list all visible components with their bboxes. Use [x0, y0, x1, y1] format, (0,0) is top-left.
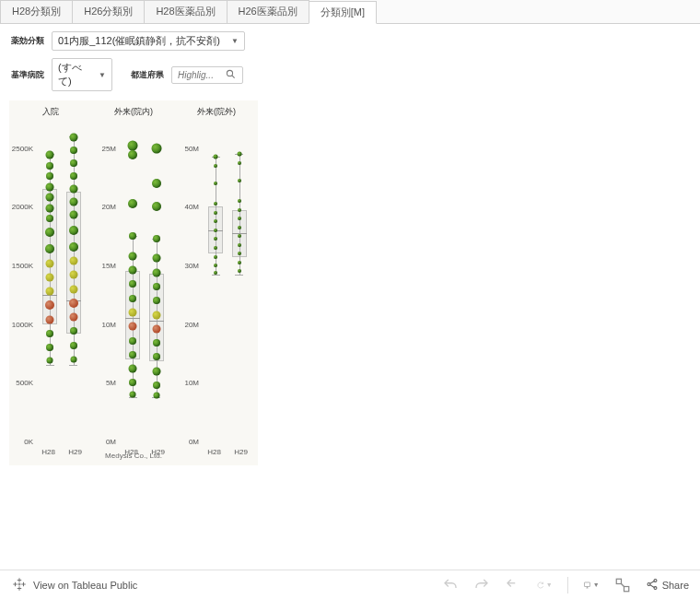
data-point[interactable] — [129, 295, 136, 302]
revert-button[interactable] — [505, 577, 521, 593]
data-point[interactable] — [152, 202, 161, 211]
data-point[interactable] — [238, 199, 241, 203]
data-point[interactable] — [214, 237, 217, 241]
data-point[interactable] — [70, 356, 76, 362]
data-point[interactable] — [69, 271, 77, 279]
plot-area[interactable] — [35, 119, 88, 441]
tab-3[interactable]: H26医薬品別 — [227, 0, 309, 23]
data-point[interactable] — [153, 283, 160, 290]
data-point[interactable] — [69, 226, 78, 235]
view-on-public-button[interactable]: View on Tableau Public — [11, 576, 137, 594]
data-point[interactable] — [46, 204, 54, 212]
data-point[interactable] — [153, 382, 160, 389]
data-point[interactable] — [46, 162, 53, 170]
data-point[interactable] — [69, 185, 77, 194]
data-point[interactable] — [46, 288, 54, 296]
data-point[interactable] — [214, 155, 218, 159]
data-point[interactable] — [46, 182, 54, 191]
data-point[interactable] — [153, 235, 160, 242]
data-point[interactable] — [69, 299, 78, 308]
tab-1[interactable]: H26分類別 — [72, 0, 145, 23]
data-point[interactable] — [214, 271, 217, 275]
data-point[interactable] — [46, 259, 54, 267]
tab-4[interactable]: 分類別[M] — [309, 1, 377, 24]
data-point[interactable] — [70, 172, 77, 180]
data-point[interactable] — [238, 217, 241, 220]
data-point[interactable] — [238, 234, 241, 238]
undo-button[interactable] — [442, 577, 459, 593]
refresh-button[interactable]: ▼ — [536, 577, 553, 593]
data-point[interactable] — [214, 264, 217, 267]
data-point[interactable] — [128, 150, 137, 159]
data-point[interactable] — [46, 172, 53, 180]
data-point[interactable] — [237, 152, 241, 157]
data-point[interactable] — [70, 327, 77, 335]
dropdown-kijun[interactable]: (すべて) ▼ — [52, 58, 112, 91]
data-point[interactable] — [214, 219, 217, 223]
data-point[interactable] — [238, 208, 241, 212]
data-point[interactable] — [238, 269, 241, 273]
data-point[interactable] — [129, 323, 137, 331]
data-point[interactable] — [152, 254, 160, 263]
data-point[interactable] — [129, 280, 136, 288]
data-point[interactable] — [129, 337, 136, 345]
data-point[interactable] — [238, 252, 241, 255]
highlight-search[interactable] — [171, 66, 243, 84]
data-point[interactable] — [129, 379, 136, 386]
dropdown-yakkou[interactable]: 01内服_112(催眠鎮静剤，抗不安剤) ▼ — [52, 31, 245, 51]
data-point[interactable] — [70, 159, 77, 167]
data-point[interactable] — [153, 393, 159, 399]
data-point[interactable] — [45, 244, 54, 253]
data-point[interactable] — [129, 252, 137, 260]
data-point[interactable] — [69, 242, 78, 252]
data-point[interactable] — [69, 211, 77, 219]
plot-area[interactable] — [118, 119, 171, 441]
data-point[interactable] — [152, 311, 160, 319]
highlight-input[interactable] — [178, 70, 226, 80]
data-point[interactable] — [153, 353, 160, 360]
data-point[interactable] — [129, 232, 136, 240]
data-point[interactable] — [214, 246, 217, 250]
device-preview-button[interactable]: ▼ — [583, 577, 600, 593]
share-button[interactable]: Share — [646, 578, 689, 593]
data-point[interactable] — [214, 164, 217, 168]
tab-0[interactable]: H28分類別 — [0, 0, 73, 23]
data-point[interactable] — [46, 194, 54, 202]
data-point[interactable] — [153, 297, 160, 304]
data-point[interactable] — [129, 309, 137, 317]
data-point[interactable] — [69, 257, 77, 265]
data-point[interactable] — [152, 324, 160, 333]
data-point[interactable] — [70, 342, 77, 349]
plot-area[interactable] — [201, 119, 254, 441]
redo-button[interactable] — [473, 577, 490, 593]
data-point[interactable] — [238, 226, 241, 229]
data-point[interactable] — [238, 161, 241, 165]
data-point[interactable] — [129, 266, 137, 275]
data-point[interactable] — [128, 199, 137, 208]
data-point[interactable] — [46, 151, 54, 159]
data-point[interactable] — [214, 211, 217, 215]
data-point[interactable] — [152, 367, 160, 375]
data-point[interactable] — [238, 243, 241, 247]
data-point[interactable] — [152, 268, 160, 276]
data-point[interactable] — [69, 134, 77, 142]
data-point[interactable] — [214, 255, 217, 259]
data-point[interactable] — [214, 182, 217, 185]
data-point[interactable] — [45, 300, 54, 310]
data-point[interactable] — [214, 202, 217, 206]
data-point[interactable] — [130, 392, 136, 398]
data-point[interactable] — [69, 198, 77, 206]
data-point[interactable] — [46, 330, 53, 337]
data-point[interactable] — [69, 285, 77, 293]
data-point[interactable] — [70, 147, 77, 154]
data-point[interactable] — [129, 365, 137, 373]
fullscreen-button[interactable] — [614, 577, 631, 593]
data-point[interactable] — [238, 261, 241, 264]
data-point[interactable] — [153, 339, 160, 346]
data-point[interactable] — [238, 179, 241, 182]
data-point[interactable] — [47, 358, 53, 364]
data-point[interactable] — [151, 143, 161, 153]
data-point[interactable] — [128, 141, 138, 151]
data-point[interactable] — [152, 179, 161, 188]
data-point[interactable] — [69, 313, 77, 322]
